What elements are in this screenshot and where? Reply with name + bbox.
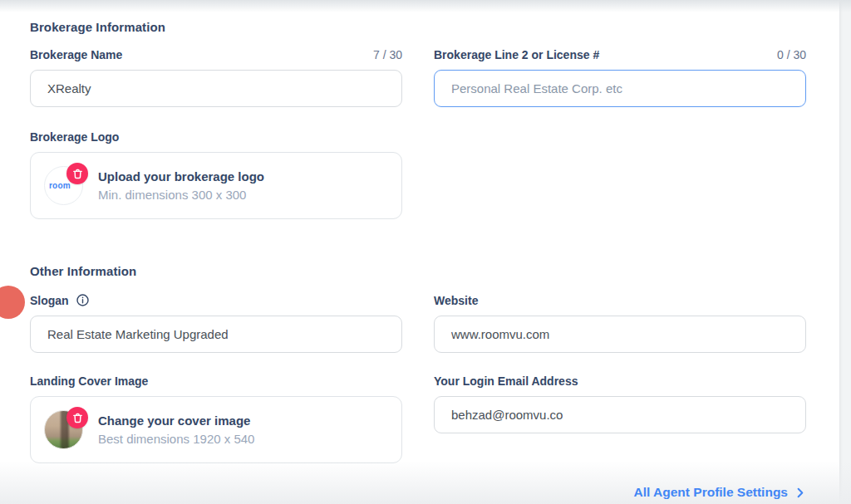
website-input[interactable]	[434, 316, 806, 353]
brokerage-line2-input[interactable]	[434, 70, 806, 107]
roomvu-logo-text: room	[45, 181, 71, 190]
trash-icon	[71, 412, 84, 424]
brokerage-name-label: Brokerage Name	[30, 48, 122, 61]
brokerage-logo-label: Brokerage Logo	[30, 130, 119, 144]
brokerage-line2-counter: 0 / 30	[777, 48, 806, 61]
website-label: Website	[434, 294, 478, 307]
all-agent-profile-settings-link[interactable]: All Agent Profile Settings	[634, 485, 806, 500]
slogan-info-icon[interactable]	[76, 293, 90, 307]
brokerage-name-input[interactable]	[30, 70, 402, 107]
brokerage-name-counter: 7 / 30	[373, 48, 402, 61]
landing-cover-upload[interactable]: Change your cover image Best dimensions …	[30, 396, 402, 463]
slogan-label: Slogan	[30, 293, 90, 307]
chevron-right-icon	[794, 487, 806, 499]
trash-icon	[71, 168, 84, 180]
landing-cover-upload-title: Change your cover image	[98, 413, 254, 428]
delete-cover-button[interactable]	[66, 407, 88, 428]
section-heading-other-information: Other Information	[30, 264, 806, 278]
brokerage-logo-upload-title: Upload your brokerage logo	[98, 169, 264, 183]
brokerage-line2-label: Brokerage Line 2 or License #	[434, 48, 599, 61]
all-agent-profile-settings-label: All Agent Profile Settings	[634, 485, 788, 500]
delete-logo-button[interactable]	[66, 163, 88, 184]
landing-cover-label: Landing Cover Image	[30, 374, 148, 388]
settings-card: Brokerage Information Brokerage Name 7 /…	[0, 0, 839, 504]
brokerage-logo-upload-subtitle: Min. dimensions 300 x 300	[98, 188, 264, 202]
login-email-input[interactable]	[434, 396, 806, 433]
slogan-input[interactable]	[30, 316, 402, 353]
login-email-label: Your Login Email Address	[434, 374, 578, 388]
section-heading-brokerage-information: Brokerage Information	[30, 20, 806, 34]
brokerage-logo-upload[interactable]: room U	[30, 152, 402, 219]
slogan-label-text: Slogan	[30, 294, 69, 307]
landing-cover-upload-subtitle: Best dimensions 1920 x 540	[98, 432, 254, 446]
